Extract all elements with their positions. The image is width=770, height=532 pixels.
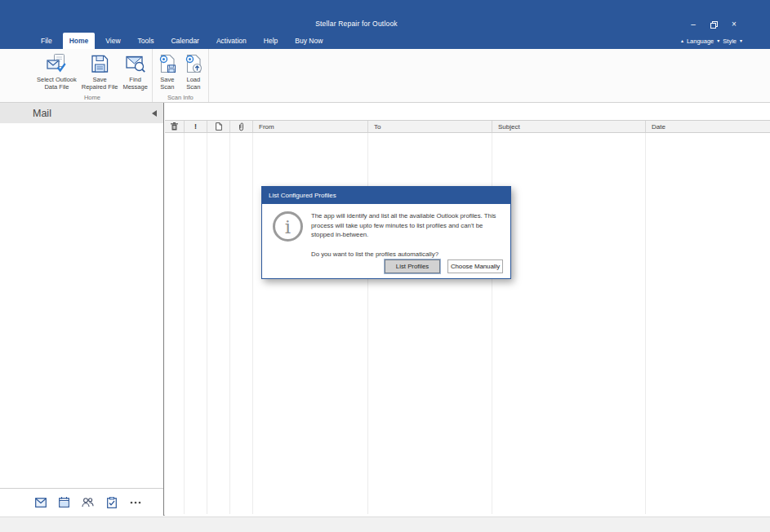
column-header-attachment[interactable] bbox=[230, 121, 253, 132]
find-message-icon bbox=[125, 53, 146, 74]
mail-icon bbox=[35, 498, 47, 508]
sidebar-nav-bar bbox=[0, 488, 163, 516]
dialog-title-bar[interactable]: List Configured Profiles bbox=[262, 187, 510, 204]
document-icon bbox=[216, 122, 222, 131]
language-up-icon: ▴ bbox=[681, 38, 683, 43]
delete-icon bbox=[171, 122, 178, 131]
language-caret-icon: ▾ bbox=[717, 38, 719, 43]
select-outlook-data-file-icon bbox=[46, 53, 67, 74]
message-list-header: ! From To Subject Date bbox=[165, 120, 770, 133]
more-icon bbox=[130, 501, 141, 504]
menu-calendar[interactable]: Calendar bbox=[164, 33, 206, 49]
grid-divider bbox=[645, 133, 646, 514]
mail-folder-list bbox=[0, 123, 163, 488]
ribbon-group-home: Select Outlook Data File Save Repaired F… bbox=[33, 49, 152, 102]
ribbon-button-label: Select Outlook Data File bbox=[37, 76, 77, 91]
ribbon-button-label: Save Scan bbox=[160, 76, 174, 91]
select-outlook-data-file-button[interactable]: Select Outlook Data File bbox=[34, 52, 79, 91]
menu-view[interactable]: View bbox=[99, 33, 127, 49]
save-scan-icon bbox=[157, 53, 178, 74]
dialog-title: List Configured Profiles bbox=[269, 192, 336, 199]
more-nav-button[interactable] bbox=[129, 496, 141, 508]
importance-icon: ! bbox=[194, 122, 197, 131]
message-list-top-strip bbox=[165, 103, 770, 120]
dialog-message: The app will identify and list all the a… bbox=[311, 211, 507, 240]
language-menu[interactable]: Language bbox=[687, 38, 714, 45]
mail-nav-button[interactable] bbox=[34, 496, 47, 508]
message-list-area: ! From To Subject Date bbox=[165, 103, 770, 516]
main-area: Mail bbox=[0, 103, 770, 516]
dialog-question: Do you want to list the profiles automat… bbox=[311, 250, 507, 258]
menu-home[interactable]: Home bbox=[63, 33, 96, 49]
dialog-body: i The app will identify and list all the… bbox=[262, 204, 510, 278]
ribbon-group-label-home: Home bbox=[33, 94, 152, 101]
list-configured-profiles-dialog: List Configured Profiles i The app will … bbox=[261, 186, 511, 279]
app-window: Stellar Repair for Outlook – × File Home… bbox=[0, 0, 770, 532]
column-header-date[interactable]: Date bbox=[646, 121, 770, 132]
mail-panel-header: Mail bbox=[0, 103, 163, 123]
window-controls: – × bbox=[687, 20, 741, 29]
load-scan-icon bbox=[183, 53, 204, 74]
column-header-subject[interactable]: Subject bbox=[492, 121, 646, 132]
ribbon-button-label: Save Repaired File bbox=[82, 76, 118, 91]
dialog-buttons: List Profiles Choose Manually bbox=[385, 259, 503, 273]
style-caret-icon: ▾ bbox=[740, 38, 742, 43]
menu-buy-now[interactable]: Buy Now bbox=[288, 33, 329, 49]
column-header-item-type[interactable] bbox=[207, 121, 230, 132]
mail-panel-title: Mail bbox=[33, 108, 51, 119]
menu-file[interactable]: File bbox=[34, 33, 59, 49]
column-header-importance[interactable]: ! bbox=[185, 121, 207, 132]
ribbon-button-label: Find Message bbox=[122, 76, 147, 91]
ribbon-button-label: Load Scan bbox=[186, 76, 200, 91]
restore-button[interactable] bbox=[707, 20, 720, 29]
column-header-to[interactable]: To bbox=[368, 121, 492, 132]
calendar-nav-button[interactable] bbox=[58, 496, 70, 508]
contacts-icon bbox=[82, 498, 94, 508]
ribbon-group-label-scan-info: Scan Info bbox=[153, 94, 208, 101]
column-header-delete[interactable] bbox=[165, 121, 185, 132]
status-bar bbox=[0, 516, 770, 532]
list-profiles-button[interactable]: List Profiles bbox=[385, 259, 440, 273]
ribbon-group-scan-info: Save Scan Load Scan Scan Info bbox=[152, 49, 209, 102]
contacts-nav-button[interactable] bbox=[82, 496, 94, 508]
menu-tools[interactable]: Tools bbox=[131, 33, 161, 49]
tasks-icon bbox=[107, 497, 117, 508]
tasks-nav-button[interactable] bbox=[105, 496, 118, 508]
info-icon: i bbox=[273, 211, 303, 242]
save-repaired-file-button[interactable]: Save Repaired File bbox=[79, 52, 121, 91]
save-repaired-file-icon bbox=[89, 53, 110, 74]
app-title: Stellar Repair for Outlook bbox=[0, 20, 713, 28]
load-scan-button[interactable]: Load Scan bbox=[180, 52, 207, 91]
style-menu[interactable]: Style bbox=[723, 38, 737, 45]
column-header-from[interactable]: From bbox=[253, 121, 368, 132]
minimize-button[interactable]: – bbox=[687, 20, 700, 29]
restore-icon bbox=[710, 21, 718, 29]
title-bar: Stellar Repair for Outlook – × bbox=[0, 0, 770, 33]
grid-divider bbox=[229, 133, 230, 514]
close-button[interactable]: × bbox=[728, 20, 741, 29]
grid-divider bbox=[252, 133, 253, 514]
menu-activation[interactable]: Activation bbox=[210, 33, 253, 49]
find-message-button[interactable]: Find Message bbox=[120, 52, 149, 91]
collapse-panel-icon[interactable] bbox=[152, 110, 157, 117]
ribbon: Select Outlook Data File Save Repaired F… bbox=[0, 49, 770, 103]
save-scan-button[interactable]: Save Scan bbox=[154, 52, 180, 91]
menu-help[interactable]: Help bbox=[257, 33, 284, 49]
menu-bar: File Home View Tools Calendar Activation… bbox=[0, 33, 770, 49]
choose-manually-button[interactable]: Choose Manually bbox=[447, 259, 503, 273]
grid-divider bbox=[207, 133, 207, 514]
mail-sidebar: Mail bbox=[0, 103, 164, 516]
grid-divider bbox=[184, 133, 185, 514]
calendar-icon bbox=[59, 497, 69, 508]
attachment-icon bbox=[238, 122, 244, 131]
menu-right-group: ▴ Language ▾ Style ▾ bbox=[681, 33, 742, 49]
